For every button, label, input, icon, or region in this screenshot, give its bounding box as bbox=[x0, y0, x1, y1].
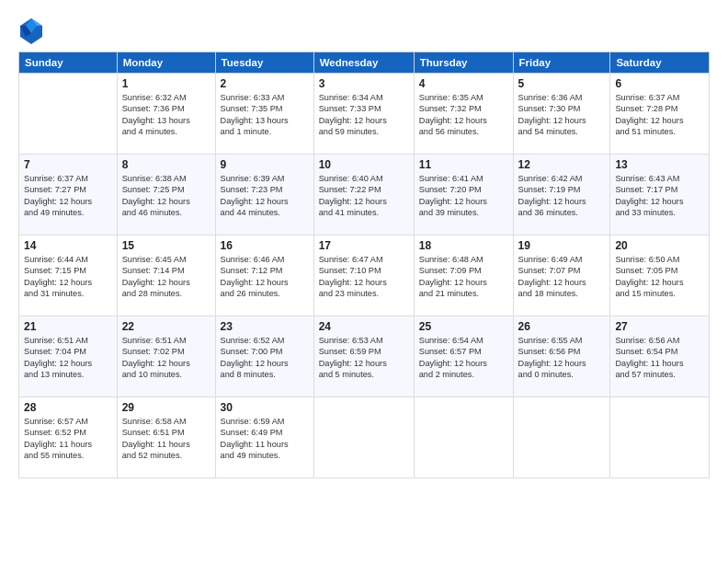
day-number: 5 bbox=[518, 77, 606, 90]
day-info: Sunrise: 6:52 AM Sunset: 7:00 PM Dayligh… bbox=[221, 335, 309, 381]
day-number: 23 bbox=[221, 320, 309, 333]
day-number: 28 bbox=[24, 401, 112, 414]
calendar-cell: 27Sunrise: 6:56 AM Sunset: 6:54 PM Dayli… bbox=[610, 316, 710, 397]
day-number: 4 bbox=[419, 77, 508, 90]
calendar-cell: 12Sunrise: 6:42 AM Sunset: 7:19 PM Dayli… bbox=[513, 155, 610, 236]
weekday-header: Tuesday bbox=[215, 52, 313, 74]
calendar-cell: 18Sunrise: 6:48 AM Sunset: 7:09 PM Dayli… bbox=[414, 236, 513, 316]
calendar-cell bbox=[513, 397, 610, 478]
day-number: 17 bbox=[319, 239, 409, 252]
day-info: Sunrise: 6:48 AM Sunset: 7:09 PM Dayligh… bbox=[419, 254, 508, 300]
calendar-cell: 19Sunrise: 6:49 AM Sunset: 7:07 PM Dayli… bbox=[513, 236, 610, 316]
calendar-week-row: 14Sunrise: 6:44 AM Sunset: 7:15 PM Dayli… bbox=[19, 236, 710, 316]
day-info: Sunrise: 6:43 AM Sunset: 7:17 PM Dayligh… bbox=[615, 173, 704, 219]
day-number: 7 bbox=[24, 158, 112, 171]
day-number: 3 bbox=[319, 77, 409, 90]
day-number: 19 bbox=[518, 239, 606, 252]
calendar-week-row: 28Sunrise: 6:57 AM Sunset: 6:52 PM Dayli… bbox=[19, 397, 710, 478]
day-number: 26 bbox=[518, 320, 606, 333]
weekday-header: Saturday bbox=[610, 52, 710, 74]
day-info: Sunrise: 6:37 AM Sunset: 7:28 PM Dayligh… bbox=[615, 92, 704, 138]
day-info: Sunrise: 6:51 AM Sunset: 7:04 PM Dayligh… bbox=[24, 335, 112, 381]
day-info: Sunrise: 6:58 AM Sunset: 6:51 PM Dayligh… bbox=[122, 416, 210, 462]
calendar-cell: 15Sunrise: 6:45 AM Sunset: 7:14 PM Dayli… bbox=[117, 236, 215, 316]
calendar-week-row: 21Sunrise: 6:51 AM Sunset: 7:04 PM Dayli… bbox=[19, 316, 710, 397]
day-number: 25 bbox=[419, 320, 508, 333]
day-info: Sunrise: 6:57 AM Sunset: 6:52 PM Dayligh… bbox=[24, 416, 112, 462]
day-number: 12 bbox=[518, 158, 606, 171]
header bbox=[18, 17, 710, 42]
day-number: 9 bbox=[221, 158, 309, 171]
day-info: Sunrise: 6:33 AM Sunset: 7:35 PM Dayligh… bbox=[221, 92, 309, 138]
calendar-cell: 26Sunrise: 6:55 AM Sunset: 6:56 PM Dayli… bbox=[513, 316, 610, 397]
weekday-header: Sunday bbox=[19, 52, 118, 74]
weekday-header: Monday bbox=[117, 52, 215, 74]
day-info: Sunrise: 6:35 AM Sunset: 7:32 PM Dayligh… bbox=[419, 92, 508, 138]
day-number: 15 bbox=[122, 239, 210, 252]
calendar-cell bbox=[610, 397, 710, 478]
calendar-week-row: 1Sunrise: 6:32 AM Sunset: 7:36 PM Daylig… bbox=[19, 74, 710, 155]
weekday-header: Friday bbox=[513, 52, 610, 74]
calendar-cell: 22Sunrise: 6:51 AM Sunset: 7:02 PM Dayli… bbox=[117, 316, 215, 397]
calendar-cell: 6Sunrise: 6:37 AM Sunset: 7:28 PM Daylig… bbox=[610, 74, 710, 155]
calendar-cell bbox=[313, 397, 414, 478]
calendar-cell: 20Sunrise: 6:50 AM Sunset: 7:05 PM Dayli… bbox=[610, 236, 710, 316]
calendar-cell: 16Sunrise: 6:46 AM Sunset: 7:12 PM Dayli… bbox=[215, 236, 313, 316]
day-info: Sunrise: 6:44 AM Sunset: 7:15 PM Dayligh… bbox=[24, 254, 112, 300]
day-number: 16 bbox=[221, 239, 309, 252]
calendar-cell: 1Sunrise: 6:32 AM Sunset: 7:36 PM Daylig… bbox=[117, 74, 215, 155]
day-number: 14 bbox=[24, 239, 112, 252]
calendar-cell: 9Sunrise: 6:39 AM Sunset: 7:23 PM Daylig… bbox=[215, 155, 313, 236]
calendar-header-row: SundayMondayTuesdayWednesdayThursdayFrid… bbox=[19, 52, 710, 74]
calendar-cell: 11Sunrise: 6:41 AM Sunset: 7:20 PM Dayli… bbox=[414, 155, 513, 236]
calendar-cell: 7Sunrise: 6:37 AM Sunset: 7:27 PM Daylig… bbox=[19, 155, 118, 236]
day-number: 11 bbox=[419, 158, 508, 171]
day-info: Sunrise: 6:56 AM Sunset: 6:54 PM Dayligh… bbox=[615, 335, 704, 381]
day-info: Sunrise: 6:42 AM Sunset: 7:19 PM Dayligh… bbox=[518, 173, 606, 219]
day-number: 1 bbox=[122, 77, 210, 90]
day-number: 2 bbox=[221, 77, 309, 90]
weekday-header: Wednesday bbox=[313, 52, 414, 74]
day-info: Sunrise: 6:36 AM Sunset: 7:30 PM Dayligh… bbox=[518, 92, 606, 138]
calendar-cell: 4Sunrise: 6:35 AM Sunset: 7:32 PM Daylig… bbox=[414, 74, 513, 155]
calendar-cell: 17Sunrise: 6:47 AM Sunset: 7:10 PM Dayli… bbox=[313, 236, 414, 316]
calendar-cell: 28Sunrise: 6:57 AM Sunset: 6:52 PM Dayli… bbox=[19, 397, 118, 478]
day-number: 27 bbox=[615, 320, 704, 333]
calendar-cell: 5Sunrise: 6:36 AM Sunset: 7:30 PM Daylig… bbox=[513, 74, 610, 155]
day-number: 18 bbox=[419, 239, 508, 252]
day-info: Sunrise: 6:51 AM Sunset: 7:02 PM Dayligh… bbox=[122, 335, 210, 381]
day-number: 6 bbox=[615, 77, 704, 90]
calendar-cell: 24Sunrise: 6:53 AM Sunset: 6:59 PM Dayli… bbox=[313, 316, 414, 397]
day-info: Sunrise: 6:40 AM Sunset: 7:22 PM Dayligh… bbox=[319, 173, 409, 219]
day-info: Sunrise: 6:41 AM Sunset: 7:20 PM Dayligh… bbox=[419, 173, 508, 219]
day-number: 10 bbox=[319, 158, 409, 171]
day-number: 22 bbox=[122, 320, 210, 333]
calendar-cell: 2Sunrise: 6:33 AM Sunset: 7:35 PM Daylig… bbox=[215, 74, 313, 155]
calendar-cell: 30Sunrise: 6:59 AM Sunset: 6:49 PM Dayli… bbox=[215, 397, 313, 478]
day-info: Sunrise: 6:34 AM Sunset: 7:33 PM Dayligh… bbox=[319, 92, 409, 138]
calendar-week-row: 7Sunrise: 6:37 AM Sunset: 7:27 PM Daylig… bbox=[19, 155, 710, 236]
calendar-cell: 8Sunrise: 6:38 AM Sunset: 7:25 PM Daylig… bbox=[117, 155, 215, 236]
day-info: Sunrise: 6:38 AM Sunset: 7:25 PM Dayligh… bbox=[122, 173, 210, 219]
day-number: 8 bbox=[122, 158, 210, 171]
day-info: Sunrise: 6:37 AM Sunset: 7:27 PM Dayligh… bbox=[24, 173, 112, 219]
calendar: SundayMondayTuesdayWednesdayThursdayFrid… bbox=[18, 52, 710, 478]
page: SundayMondayTuesdayWednesdayThursdayFrid… bbox=[0, 0, 728, 563]
weekday-header: Thursday bbox=[414, 52, 513, 74]
calendar-cell bbox=[19, 74, 118, 155]
logo bbox=[18, 17, 44, 42]
calendar-cell: 3Sunrise: 6:34 AM Sunset: 7:33 PM Daylig… bbox=[313, 74, 414, 155]
day-info: Sunrise: 6:53 AM Sunset: 6:59 PM Dayligh… bbox=[319, 335, 409, 381]
calendar-cell: 21Sunrise: 6:51 AM Sunset: 7:04 PM Dayli… bbox=[19, 316, 118, 397]
calendar-cell bbox=[414, 397, 513, 478]
logo-icon bbox=[18, 17, 40, 42]
day-info: Sunrise: 6:32 AM Sunset: 7:36 PM Dayligh… bbox=[122, 92, 210, 138]
day-info: Sunrise: 6:50 AM Sunset: 7:05 PM Dayligh… bbox=[615, 254, 704, 300]
day-info: Sunrise: 6:39 AM Sunset: 7:23 PM Dayligh… bbox=[221, 173, 309, 219]
calendar-cell: 10Sunrise: 6:40 AM Sunset: 7:22 PM Dayli… bbox=[313, 155, 414, 236]
day-info: Sunrise: 6:46 AM Sunset: 7:12 PM Dayligh… bbox=[221, 254, 309, 300]
day-number: 24 bbox=[319, 320, 409, 333]
calendar-cell: 29Sunrise: 6:58 AM Sunset: 6:51 PM Dayli… bbox=[117, 397, 215, 478]
day-info: Sunrise: 6:47 AM Sunset: 7:10 PM Dayligh… bbox=[319, 254, 409, 300]
calendar-cell: 13Sunrise: 6:43 AM Sunset: 7:17 PM Dayli… bbox=[610, 155, 710, 236]
